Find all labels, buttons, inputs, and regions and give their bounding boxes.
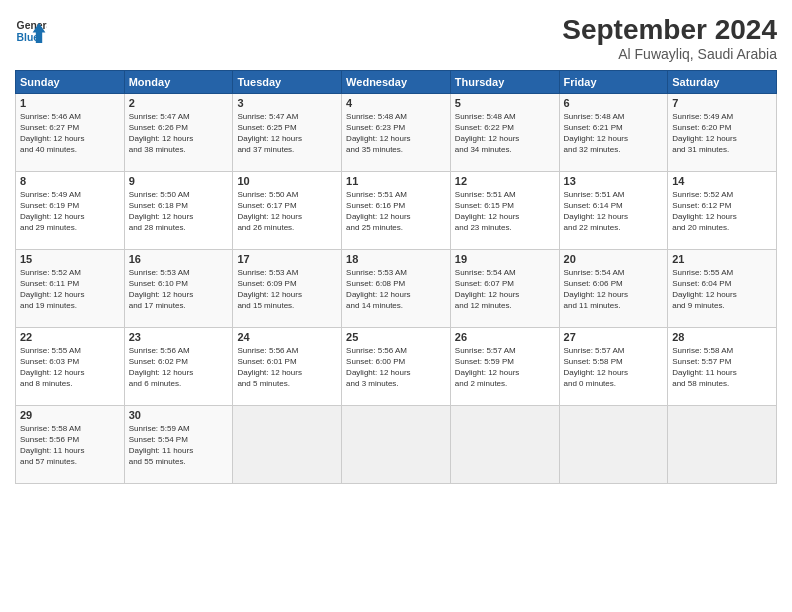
calendar-cell: 19Sunrise: 5:54 AMSunset: 6:07 PMDayligh… — [450, 249, 559, 327]
day-number: 11 — [346, 175, 446, 187]
weekday-header-tuesday: Tuesday — [233, 70, 342, 93]
day-number: 29 — [20, 409, 120, 421]
day-number: 2 — [129, 97, 229, 109]
cell-info: Sunrise: 5:48 AMSunset: 6:23 PMDaylight:… — [346, 111, 446, 156]
page: General Blue September 2024 Al Fuwayliq,… — [0, 0, 792, 612]
cell-info: Sunrise: 5:57 AMSunset: 5:59 PMDaylight:… — [455, 345, 555, 390]
cell-info: Sunrise: 5:58 AMSunset: 5:57 PMDaylight:… — [672, 345, 772, 390]
calendar-cell: 12Sunrise: 5:51 AMSunset: 6:15 PMDayligh… — [450, 171, 559, 249]
cell-info: Sunrise: 5:49 AMSunset: 6:19 PMDaylight:… — [20, 189, 120, 234]
cell-info: Sunrise: 5:57 AMSunset: 5:58 PMDaylight:… — [564, 345, 664, 390]
calendar-cell: 29Sunrise: 5:58 AMSunset: 5:56 PMDayligh… — [16, 405, 125, 483]
day-number: 13 — [564, 175, 664, 187]
cell-info: Sunrise: 5:55 AMSunset: 6:04 PMDaylight:… — [672, 267, 772, 312]
day-number: 27 — [564, 331, 664, 343]
cell-info: Sunrise: 5:53 AMSunset: 6:10 PMDaylight:… — [129, 267, 229, 312]
weekday-header-wednesday: Wednesday — [342, 70, 451, 93]
calendar-cell: 11Sunrise: 5:51 AMSunset: 6:16 PMDayligh… — [342, 171, 451, 249]
calendar-cell: 1Sunrise: 5:46 AMSunset: 6:27 PMDaylight… — [16, 93, 125, 171]
cell-info: Sunrise: 5:53 AMSunset: 6:08 PMDaylight:… — [346, 267, 446, 312]
day-number: 15 — [20, 253, 120, 265]
calendar-cell: 20Sunrise: 5:54 AMSunset: 6:06 PMDayligh… — [559, 249, 668, 327]
calendar-cell — [559, 405, 668, 483]
day-number: 23 — [129, 331, 229, 343]
cell-info: Sunrise: 5:56 AMSunset: 6:00 PMDaylight:… — [346, 345, 446, 390]
calendar-cell: 28Sunrise: 5:58 AMSunset: 5:57 PMDayligh… — [668, 327, 777, 405]
day-number: 1 — [20, 97, 120, 109]
calendar-cell: 9Sunrise: 5:50 AMSunset: 6:18 PMDaylight… — [124, 171, 233, 249]
day-number: 22 — [20, 331, 120, 343]
day-number: 17 — [237, 253, 337, 265]
calendar-cell — [668, 405, 777, 483]
calendar-cell: 25Sunrise: 5:56 AMSunset: 6:00 PMDayligh… — [342, 327, 451, 405]
calendar-cell: 23Sunrise: 5:56 AMSunset: 6:02 PMDayligh… — [124, 327, 233, 405]
week-row-3: 15Sunrise: 5:52 AMSunset: 6:11 PMDayligh… — [16, 249, 777, 327]
week-row-5: 29Sunrise: 5:58 AMSunset: 5:56 PMDayligh… — [16, 405, 777, 483]
cell-info: Sunrise: 5:53 AMSunset: 6:09 PMDaylight:… — [237, 267, 337, 312]
calendar-cell — [233, 405, 342, 483]
cell-info: Sunrise: 5:51 AMSunset: 6:15 PMDaylight:… — [455, 189, 555, 234]
header: General Blue September 2024 Al Fuwayliq,… — [15, 15, 777, 62]
calendar-cell: 6Sunrise: 5:48 AMSunset: 6:21 PMDaylight… — [559, 93, 668, 171]
calendar-cell: 24Sunrise: 5:56 AMSunset: 6:01 PMDayligh… — [233, 327, 342, 405]
calendar-cell: 4Sunrise: 5:48 AMSunset: 6:23 PMDaylight… — [342, 93, 451, 171]
calendar-cell — [342, 405, 451, 483]
location: Al Fuwayliq, Saudi Arabia — [562, 46, 777, 62]
day-number: 25 — [346, 331, 446, 343]
day-number: 9 — [129, 175, 229, 187]
day-number: 26 — [455, 331, 555, 343]
day-number: 7 — [672, 97, 772, 109]
calendar-cell — [450, 405, 559, 483]
day-number: 28 — [672, 331, 772, 343]
day-number: 6 — [564, 97, 664, 109]
calendar-cell: 8Sunrise: 5:49 AMSunset: 6:19 PMDaylight… — [16, 171, 125, 249]
calendar-cell: 15Sunrise: 5:52 AMSunset: 6:11 PMDayligh… — [16, 249, 125, 327]
cell-info: Sunrise: 5:54 AMSunset: 6:07 PMDaylight:… — [455, 267, 555, 312]
cell-info: Sunrise: 5:51 AMSunset: 6:14 PMDaylight:… — [564, 189, 664, 234]
month-title: September 2024 — [562, 15, 777, 46]
day-number: 4 — [346, 97, 446, 109]
logo: General Blue — [15, 15, 47, 47]
day-number: 3 — [237, 97, 337, 109]
cell-info: Sunrise: 5:48 AMSunset: 6:21 PMDaylight:… — [564, 111, 664, 156]
week-row-4: 22Sunrise: 5:55 AMSunset: 6:03 PMDayligh… — [16, 327, 777, 405]
weekday-header-thursday: Thursday — [450, 70, 559, 93]
day-number: 14 — [672, 175, 772, 187]
cell-info: Sunrise: 5:56 AMSunset: 6:02 PMDaylight:… — [129, 345, 229, 390]
calendar-cell: 21Sunrise: 5:55 AMSunset: 6:04 PMDayligh… — [668, 249, 777, 327]
day-number: 10 — [237, 175, 337, 187]
day-number: 16 — [129, 253, 229, 265]
cell-info: Sunrise: 5:47 AMSunset: 6:26 PMDaylight:… — [129, 111, 229, 156]
day-number: 5 — [455, 97, 555, 109]
week-row-2: 8Sunrise: 5:49 AMSunset: 6:19 PMDaylight… — [16, 171, 777, 249]
cell-info: Sunrise: 5:47 AMSunset: 6:25 PMDaylight:… — [237, 111, 337, 156]
weekday-header-saturday: Saturday — [668, 70, 777, 93]
day-number: 19 — [455, 253, 555, 265]
weekday-header-monday: Monday — [124, 70, 233, 93]
day-number: 20 — [564, 253, 664, 265]
calendar-cell: 17Sunrise: 5:53 AMSunset: 6:09 PMDayligh… — [233, 249, 342, 327]
cell-info: Sunrise: 5:50 AMSunset: 6:18 PMDaylight:… — [129, 189, 229, 234]
day-number: 24 — [237, 331, 337, 343]
cell-info: Sunrise: 5:58 AMSunset: 5:56 PMDaylight:… — [20, 423, 120, 468]
calendar-cell: 3Sunrise: 5:47 AMSunset: 6:25 PMDaylight… — [233, 93, 342, 171]
cell-info: Sunrise: 5:55 AMSunset: 6:03 PMDaylight:… — [20, 345, 120, 390]
weekday-header-sunday: Sunday — [16, 70, 125, 93]
day-number: 8 — [20, 175, 120, 187]
calendar-cell: 10Sunrise: 5:50 AMSunset: 6:17 PMDayligh… — [233, 171, 342, 249]
calendar-cell: 30Sunrise: 5:59 AMSunset: 5:54 PMDayligh… — [124, 405, 233, 483]
calendar-cell: 13Sunrise: 5:51 AMSunset: 6:14 PMDayligh… — [559, 171, 668, 249]
calendar-cell: 5Sunrise: 5:48 AMSunset: 6:22 PMDaylight… — [450, 93, 559, 171]
calendar-cell: 18Sunrise: 5:53 AMSunset: 6:08 PMDayligh… — [342, 249, 451, 327]
calendar-cell: 22Sunrise: 5:55 AMSunset: 6:03 PMDayligh… — [16, 327, 125, 405]
cell-info: Sunrise: 5:56 AMSunset: 6:01 PMDaylight:… — [237, 345, 337, 390]
weekday-header-row: SundayMondayTuesdayWednesdayThursdayFrid… — [16, 70, 777, 93]
calendar-table: SundayMondayTuesdayWednesdayThursdayFrid… — [15, 70, 777, 484]
calendar-cell: 7Sunrise: 5:49 AMSunset: 6:20 PMDaylight… — [668, 93, 777, 171]
cell-info: Sunrise: 5:52 AMSunset: 6:12 PMDaylight:… — [672, 189, 772, 234]
cell-info: Sunrise: 5:50 AMSunset: 6:17 PMDaylight:… — [237, 189, 337, 234]
calendar-cell: 27Sunrise: 5:57 AMSunset: 5:58 PMDayligh… — [559, 327, 668, 405]
calendar-cell: 26Sunrise: 5:57 AMSunset: 5:59 PMDayligh… — [450, 327, 559, 405]
day-number: 12 — [455, 175, 555, 187]
cell-info: Sunrise: 5:49 AMSunset: 6:20 PMDaylight:… — [672, 111, 772, 156]
